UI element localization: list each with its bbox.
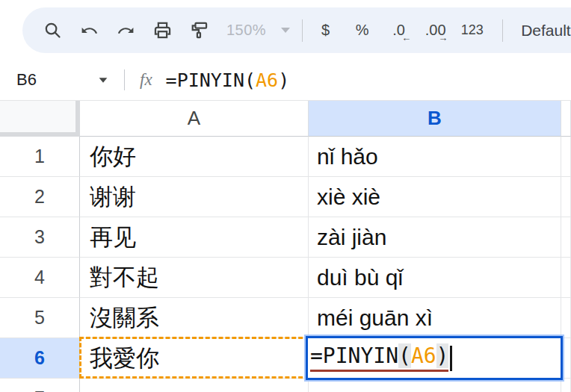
cell-A3[interactable]: 再见 [80,217,309,258]
row-header-4[interactable]: 4 [0,258,80,298]
table-row: 5 沒關系 méi guān xì [0,298,571,338]
cell-B5[interactable]: méi guān xì [309,298,561,338]
spreadsheet-grid: A B 1 你好 nǐ hǎo 2 谢谢 xiè xiè 3 再见 zài ji… [0,100,571,392]
cell-B1[interactable]: nǐ hǎo [309,137,561,177]
paint-roller-icon [189,20,209,40]
cell-reference: B6 [16,70,37,90]
formula-cell-ref: A6 [411,343,436,368]
decrease-decimal-button[interactable]: .0 ← [380,14,417,47]
text-caret [450,346,452,371]
cell-A5[interactable]: 沒關系 [80,298,309,338]
redo-button[interactable] [108,14,144,47]
undo-icon [79,20,99,40]
column-header-A[interactable]: A [80,101,309,137]
name-box[interactable]: B6 [0,70,124,90]
google-sheets-app: 150% $ % .0 ← .00 → 123 Default B6 fx [0,0,571,392]
row-header-1[interactable]: 1 [0,137,80,177]
table-row: 2 谢谢 xiè xiè [0,177,571,217]
close-paren: ) [436,343,449,368]
formula-input[interactable]: =PINYIN(A6) [166,69,290,91]
print-button[interactable] [144,14,181,47]
cell-A1[interactable]: 你好 [80,137,309,177]
formula-text: ) [278,69,289,91]
fx-icon: fx [140,70,152,90]
row-header-2[interactable]: 2 [0,177,80,217]
print-icon [152,20,173,40]
formula-bar: B6 fx =PINYIN(A6) [0,60,571,100]
table-row: 3 再见 zài jiàn [0,217,571,258]
cell-C7[interactable] [561,379,571,392]
toolbar: 150% $ % .0 ← .00 → 123 Default [0,0,571,60]
row-header-5[interactable]: 5 [0,298,80,338]
formula-bar-divider [124,69,125,90]
redo-icon [116,20,136,40]
select-all-corner[interactable] [0,101,80,137]
table-row: 1 你好 nǐ hǎo [0,137,571,177]
chevron-down-icon [281,28,290,33]
cell-A4[interactable]: 對不起 [80,258,309,298]
cell-B4[interactable]: duì bù qǐ [309,258,561,298]
arrow-left-icon: ← [401,33,411,43]
cell-A2[interactable]: 谢谢 [80,177,309,217]
toolbar-divider [502,19,503,42]
table-row: 6 我愛你 =PINYIN(A6) [0,338,571,379]
open-paren: ( [398,343,411,368]
cell-C4[interactable] [561,258,571,298]
column-header-C[interactable] [561,101,571,137]
formula-cell-ref: A6 [256,69,278,91]
formula-function: =PINYIN [310,343,398,368]
cell-B6[interactable]: =PINYIN(A6) [309,338,561,379]
more-formats-button[interactable]: 123 [454,14,490,47]
cell-C5[interactable] [561,298,571,338]
cell-B7[interactable] [309,379,561,392]
row-header-7[interactable]: 7 [0,379,80,392]
edited-formula-text: =PINYIN(A6) [310,344,448,371]
cell-C1[interactable] [561,137,571,177]
toolbar-divider [302,19,303,42]
cell-A6[interactable]: 我愛你 [80,338,309,379]
undo-button[interactable] [71,14,108,47]
cell-text: 我愛你 [90,343,159,374]
cell-B3[interactable]: zài jiàn [309,217,561,258]
table-row: 7 [0,379,571,392]
active-cell-editor[interactable]: =PINYIN(A6) [306,336,563,380]
row-header-6[interactable]: 6 [0,338,80,379]
increase-decimal-button[interactable]: .00 → [417,14,454,47]
search-icon [43,20,63,40]
font-selector[interactable]: Default [521,22,571,40]
cell-C2[interactable] [561,177,571,217]
column-header-row: A B [0,100,571,137]
row-header-3[interactable]: 3 [0,217,80,258]
cell-C3[interactable] [561,217,571,258]
zoom-value: 150% [226,22,266,39]
cell-B2[interactable]: xiè xiè [309,177,561,217]
paint-format-button[interactable] [181,14,217,47]
format-percent-button[interactable]: % [344,14,380,47]
search-button[interactable] [34,14,71,47]
column-header-B[interactable]: B [309,101,561,137]
zoom-control[interactable]: 150% [226,22,290,39]
formula-text: =PINYIN( [166,69,256,91]
format-currency-button[interactable]: $ [307,14,344,47]
chevron-down-icon [99,78,108,82]
table-row: 4 對不起 duì bù qǐ [0,258,571,298]
cell-A7[interactable] [80,379,309,392]
arrow-right-icon: → [438,33,448,43]
toolbar-pill: 150% $ % .0 ← .00 → 123 Default [22,7,571,53]
